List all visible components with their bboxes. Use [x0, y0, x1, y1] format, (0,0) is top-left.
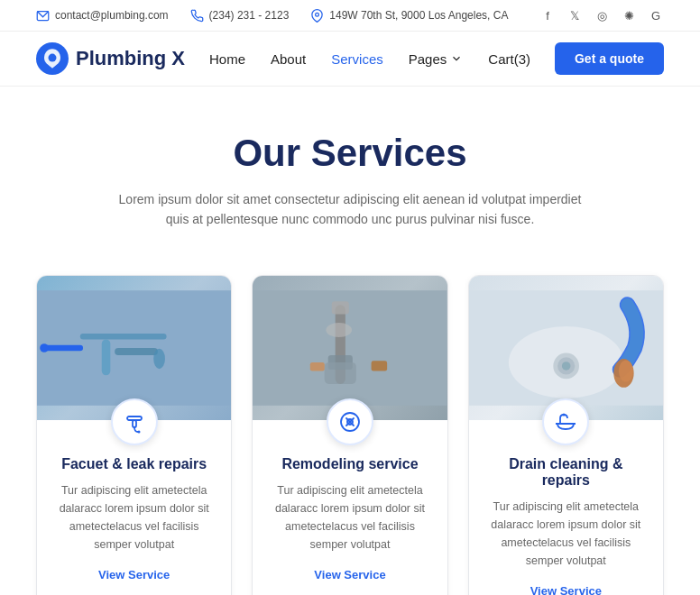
service-icon-wrap-remodel — [253, 398, 447, 445]
service-title-remodel: Remodeling service — [271, 456, 428, 472]
nav-pages-dropdown[interactable]: Pages — [409, 51, 464, 67]
yelp-icon[interactable]: ✺ — [621, 7, 637, 23]
svg-rect-20 — [310, 362, 325, 371]
service-icon-wrap-faucet — [37, 398, 231, 445]
svg-rect-21 — [372, 361, 388, 371]
svg-point-19 — [327, 323, 353, 337]
svg-rect-14 — [253, 290, 447, 406]
wrench-icon — [337, 409, 363, 435]
svg-point-13 — [137, 430, 140, 433]
service-card-faucet: Facuet & leak repairs Tur adipiscing eli… — [36, 275, 232, 595]
facebook-icon[interactable]: f — [539, 7, 556, 23]
nav-home[interactable]: Home — [209, 51, 245, 67]
chevron-down-icon — [450, 52, 463, 65]
service-desc-faucet: Tur adipiscing elit ametectela dalaracc … — [55, 481, 213, 554]
svg-rect-6 — [102, 339, 111, 375]
nav-pages-label: Pages — [409, 51, 447, 67]
nav-services[interactable]: Services — [331, 51, 383, 67]
navbar: Plumbing X Home About Services Pages Car… — [0, 32, 700, 87]
topbar-contacts: contact@plumbing.com (234) 231 - 2123 14… — [36, 9, 508, 23]
twitter-icon[interactable]: 𝕏 — [566, 7, 583, 23]
service-body-faucet: Facuet & leak repairs Tur adipiscing eli… — [37, 456, 231, 595]
svg-point-28 — [562, 362, 571, 371]
nav-cart[interactable]: Cart(3) — [488, 51, 530, 67]
brand-logo[interactable]: Plumbing X — [36, 42, 185, 75]
service-body-drain: Drain cleaning & repairs Tur adipiscing … — [469, 456, 663, 595]
service-icon-wrap-drain — [469, 398, 663, 445]
svg-point-3 — [49, 54, 57, 62]
svg-rect-12 — [133, 420, 136, 427]
svg-point-1 — [316, 13, 319, 16]
svg-rect-7 — [115, 348, 158, 355]
topbar-phone: (234) 231 - 2123 — [190, 9, 290, 23]
logo-icon — [36, 42, 69, 75]
address-text: 149W 70th St, 9000 Los Angeles, CA — [329, 9, 508, 22]
hero-title: Our Services — [36, 132, 664, 175]
social-links: f 𝕏 ◎ ✺ G — [539, 7, 664, 23]
service-icon-circle-remodel — [327, 398, 373, 445]
nav-about[interactable]: About — [271, 51, 306, 67]
get-quote-button[interactable]: Get a quote — [555, 42, 664, 75]
service-body-remodel: Remodeling service Tur adipiscing elit a… — [253, 456, 447, 595]
service-card-drain: Drain cleaning & repairs Tur adipiscing … — [468, 275, 664, 595]
service-link-drain[interactable]: View Service — [530, 584, 602, 595]
phone-text: (234) 231 - 2123 — [209, 9, 290, 22]
service-icon-circle-faucet — [111, 398, 158, 445]
email-text: contact@plumbing.com — [55, 9, 169, 22]
svg-point-30 — [619, 360, 633, 381]
topbar: contact@plumbing.com (234) 231 - 2123 14… — [0, 0, 700, 32]
location-icon — [310, 9, 324, 23]
topbar-email: contact@plumbing.com — [36, 9, 169, 23]
topbar-address: 149W 70th St, 9000 Los Angeles, CA — [310, 9, 508, 23]
service-title-faucet: Facuet & leak repairs — [55, 456, 213, 472]
svg-point-8 — [153, 349, 165, 369]
faucet-icon — [122, 409, 147, 435]
bath-icon — [553, 409, 578, 435]
hero-section: Our Services Lorem ipsum dolor sit amet … — [0, 87, 700, 248]
service-desc-remodel: Tur adipiscing elit ametectela dalaracc … — [271, 481, 428, 554]
instagram-icon[interactable]: ◎ — [594, 7, 610, 23]
brand-name: Plumbing X — [76, 47, 185, 70]
service-link-remodel[interactable]: View Service — [314, 568, 385, 581]
service-desc-drain: Tur adipiscing elit ametectela dalaracc … — [487, 498, 645, 570]
svg-rect-16 — [332, 301, 349, 314]
phone-icon — [190, 9, 204, 23]
service-title-drain: Drain cleaning & repairs — [487, 456, 645, 489]
service-link-faucet[interactable]: View Service — [98, 568, 170, 581]
svg-point-31 — [563, 413, 566, 416]
services-grid: Facuet & leak repairs Tur adipiscing eli… — [36, 275, 664, 595]
svg-rect-18 — [325, 362, 356, 384]
service-icon-circle-drain — [542, 398, 589, 445]
email-icon — [36, 9, 50, 23]
nav-links: Home About Services Pages Cart(3) — [209, 51, 530, 67]
google-icon[interactable]: G — [648, 7, 664, 23]
services-section: Facuet & leak repairs Tur adipiscing eli… — [0, 248, 700, 595]
svg-point-10 — [40, 343, 49, 352]
service-card-remodel: Remodeling service Tur adipiscing elit a… — [252, 275, 447, 595]
svg-rect-5 — [80, 334, 167, 339]
hero-subtitle: Lorem ipsum dolor sit amet consectetur a… — [115, 189, 585, 230]
